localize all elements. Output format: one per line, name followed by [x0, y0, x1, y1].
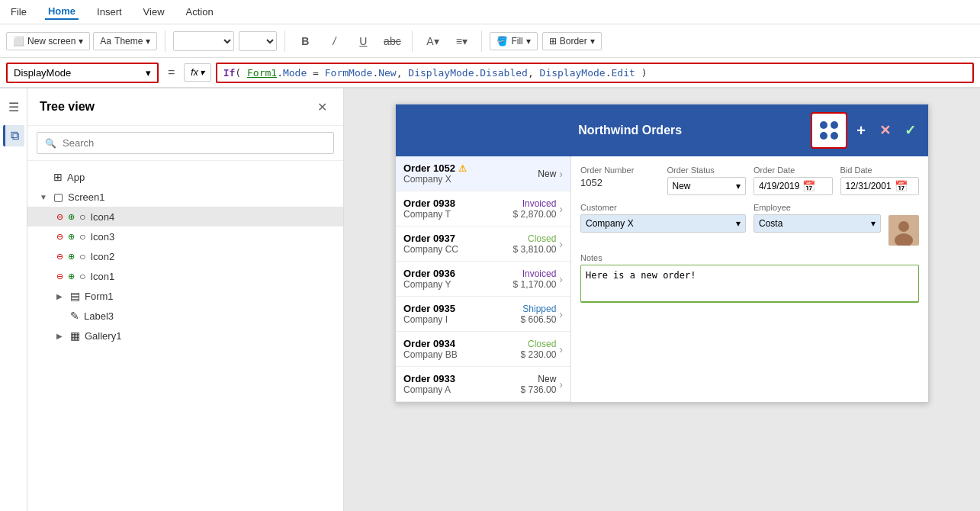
bold-button[interactable]: B: [293, 29, 317, 53]
tree-label-icon1: Icon1: [90, 271, 331, 282]
order-item-5[interactable]: Order 0934 Company BB Closed $ 230.00 ›: [396, 332, 570, 367]
bid-date-input[interactable]: 12/31/2001 📅: [840, 177, 920, 195]
order-amount-5: $ 230.00: [521, 349, 557, 360]
add-order-button[interactable]: +: [852, 119, 870, 143]
order-company-1: Company T: [403, 209, 510, 220]
employee-photo: [888, 215, 919, 246]
chevron-1: ›: [559, 203, 563, 215]
theme-button[interactable]: Aa Theme ▾: [93, 32, 157, 50]
tree-item-icon4[interactable]: ⊖ ⊕ ○ Icon4: [27, 207, 343, 227]
search-box: 🔍: [37, 132, 334, 154]
layers-icon[interactable]: ⧉: [3, 125, 24, 146]
font-size-select[interactable]: [239, 31, 277, 51]
sidebar-search: 🔍: [27, 126, 343, 161]
tree-expand-screen1: ▼: [40, 193, 49, 201]
add-icon3: ⊕: [68, 232, 75, 242]
border-icon: ⊞: [549, 36, 557, 47]
tree-item-screen1[interactable]: ▼ ▢ Screen1: [27, 187, 343, 207]
employee-select[interactable]: Costa ▾: [753, 214, 881, 233]
tree-item-label3[interactable]: ✎ Label3: [27, 306, 343, 326]
dropdown-arrow-icon2: ▾: [146, 36, 150, 47]
font-color-button[interactable]: A▾: [420, 29, 445, 53]
order-info-0: Order 1052 ⚠ Company X: [403, 162, 535, 185]
customer-label: Customer: [580, 203, 746, 212]
notes-textarea[interactable]: [580, 265, 919, 303]
tree-item-icon3[interactable]: ⊖ ⊕ ○ Icon3: [27, 227, 343, 246]
tree-item-gallery1[interactable]: ▶ ▦ Gallery1: [27, 326, 343, 345]
chevron-3: ›: [559, 273, 563, 285]
add-icon1: ⊕: [68, 272, 75, 281]
border-button[interactable]: ⊞ Border ▾: [542, 32, 602, 50]
tree-item-icon2[interactable]: ⊖ ⊕ ○ Icon2: [27, 246, 343, 266]
icon-cluster[interactable]: [811, 112, 847, 149]
sidebar-close-button[interactable]: ✕: [313, 98, 331, 116]
dot1: [820, 121, 827, 129]
order-info-4: Order 0935 Company I: [403, 303, 518, 325]
name-box[interactable]: DisplayMode ▾: [6, 63, 159, 83]
field-employee: Employee Costa ▾: [753, 203, 881, 233]
hamburger-icon[interactable]: ☰: [3, 96, 24, 117]
ribbon-sep1: [165, 31, 165, 52]
align-button[interactable]: ≡▾: [449, 29, 474, 53]
tree-label-gallery1: Gallery1: [85, 330, 331, 342]
app-header: Northwind Orders + ✕ ✓: [396, 104, 928, 156]
order-status-select[interactable]: New ▾: [667, 177, 747, 195]
icon2-icon: ○: [79, 250, 85, 262]
del-icon3: ⊖: [56, 232, 63, 242]
order-company-0: Company X: [403, 174, 535, 185]
left-edge-nav: ☰ ⧉: [0, 88, 27, 511]
fill-button[interactable]: 🪣 Fill ▾: [490, 32, 537, 50]
order-date-calendar-icon[interactable]: 📅: [802, 180, 827, 192]
dot2: [831, 121, 838, 129]
order-item-4[interactable]: Order 0935 Company I Shipped $ 606.50 ›: [396, 297, 570, 332]
order-list: Order 1052 ⚠ Company X New ›: [396, 156, 571, 402]
theme-icon: Aa: [100, 36, 111, 47]
order-info-5: Order 0934 Company BB: [403, 338, 518, 360]
new-screen-button[interactable]: ⬜ New screen ▾: [6, 32, 90, 50]
dot3: [820, 132, 827, 140]
add-icon2: ⊕: [68, 252, 75, 262]
order-item-6[interactable]: Order 0933 Company A New $ 736.00 ›: [396, 367, 570, 402]
order-item-1[interactable]: Order 0938 Company T Invoiced $ 2,870.00…: [396, 191, 570, 227]
menu-view[interactable]: View: [140, 5, 168, 19]
fill-dropdown-icon: ▾: [526, 36, 531, 47]
search-input[interactable]: [63, 137, 326, 149]
ribbon-group-screen: ⬜ New screen ▾ Aa Theme ▾: [6, 32, 157, 50]
cancel-order-button[interactable]: ✕: [875, 119, 895, 142]
tree-item-app[interactable]: ⊞ App: [27, 167, 343, 187]
menu-file[interactable]: File: [8, 5, 30, 19]
italic-button[interactable]: /: [322, 29, 346, 53]
tree-view-panel: Tree view ✕ 🔍 ⊞ App ▼ ▢ Screen1: [27, 88, 344, 511]
customer-select[interactable]: Company X ▾: [580, 214, 746, 233]
tree-expand-form1: ▶: [56, 292, 66, 300]
equals-sign: =: [163, 66, 179, 79]
app-body: Order 1052 ⚠ Company X New ›: [396, 156, 928, 402]
sidebar-title: Tree view: [40, 100, 307, 114]
tree-content: ⊞ App ▼ ▢ Screen1 ⊖ ⊕ ○ Icon4 ⊖ ⊕: [27, 161, 343, 511]
underline-button[interactable]: U: [351, 29, 375, 53]
bid-date-calendar-icon[interactable]: 📅: [895, 180, 914, 192]
order-date-input[interactable]: 4/19/2019 📅: [753, 177, 833, 195]
svg-point-1: [898, 221, 909, 232]
form1-icon: ▤: [70, 290, 80, 302]
dropdown-arrow-icon: ▾: [79, 36, 83, 47]
menu-home[interactable]: Home: [45, 4, 79, 20]
order-info-3: Order 0936 Company Y: [403, 268, 510, 290]
tree-item-icon1[interactable]: ⊖ ⊕ ○ Icon1: [27, 266, 343, 286]
tree-item-form1[interactable]: ▶ ▤ Form1: [27, 286, 343, 306]
strikethrough-button[interactable]: abc: [380, 29, 404, 53]
menu-insert[interactable]: Insert: [94, 5, 125, 19]
formula-input[interactable]: If( Form1.Mode = FormMode.New, DisplayMo…: [216, 63, 974, 83]
order-info-1: Order 0938 Company T: [403, 198, 510, 220]
order-item-0[interactable]: Order 1052 ⚠ Company X New ›: [396, 156, 570, 191]
fx-button[interactable]: fx ▾: [184, 63, 210, 82]
save-order-button[interactable]: ✓: [900, 119, 921, 142]
menu-action[interactable]: Action: [183, 5, 217, 19]
order-company-5: Company BB: [403, 349, 518, 360]
order-amount-1: $ 2,870.00: [513, 209, 557, 220]
font-family-select[interactable]: [173, 31, 234, 51]
order-item-2[interactable]: Order 0937 Company CC Closed $ 3,810.00 …: [396, 227, 570, 262]
order-number-2: Order 0937: [403, 233, 510, 244]
order-number-label: Order Number: [580, 166, 660, 175]
order-item-3[interactable]: Order 0936 Company Y Invoiced $ 1,170.00…: [396, 262, 570, 297]
